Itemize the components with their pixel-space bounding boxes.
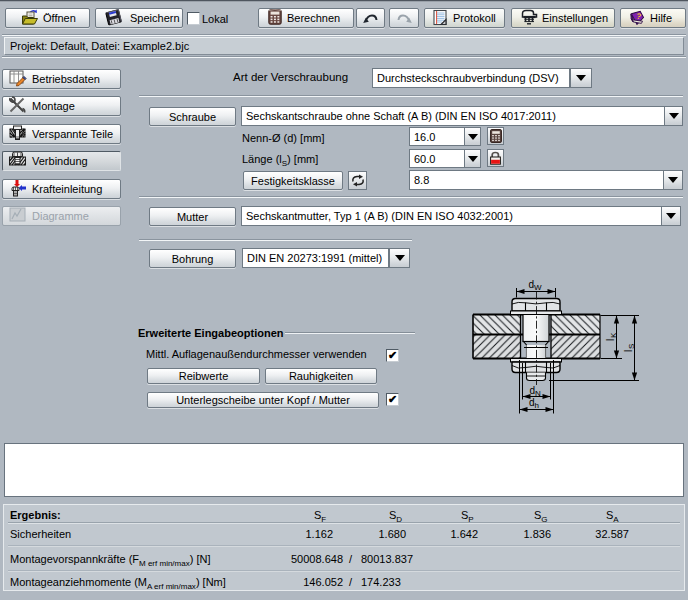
svg-text:K: K — [609, 332, 618, 338]
svg-text:l: l — [623, 350, 634, 352]
svg-text:N: N — [535, 389, 541, 398]
svg-text:W: W — [534, 283, 542, 292]
svg-text:h: h — [535, 401, 539, 410]
svg-text:S: S — [627, 344, 636, 349]
svg-text:l: l — [605, 339, 616, 341]
